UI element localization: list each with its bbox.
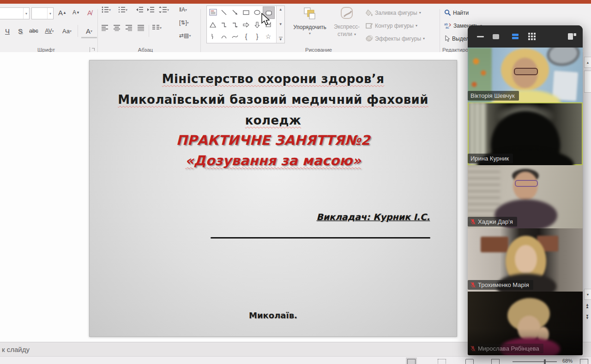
slide-title-line2[interactable]: Миколаївський базовий медичний фаховий	[90, 90, 457, 110]
font-name-combobox[interactable]: ▾	[0, 7, 30, 19]
columns-button[interactable]: ▾	[152, 25, 162, 31]
scrollbar-thumb[interactable]	[584, 71, 591, 93]
svg-text:ab: ab	[444, 23, 448, 26]
window-titlebar	[0, 0, 591, 4]
slide-subtitle-line2[interactable]: «Дозування за масою»	[90, 151, 457, 171]
line-spacing-button[interactable]: ▾	[159, 6, 169, 13]
search-icon	[444, 9, 451, 16]
font-color-button[interactable]: А▾	[81, 25, 97, 38]
left-brace-shape-icon[interactable]: {	[241, 31, 252, 42]
participant-video[interactable]: Трохименко Марія	[468, 228, 583, 292]
slide-subtitle-line1[interactable]: ПРАКТИЧНЕ ЗАНЯТТЯ№2	[90, 131, 457, 150]
down-arrow-shape-icon[interactable]	[252, 19, 263, 30]
arrange-button[interactable]: Упорядочить ▾	[291, 6, 329, 36]
change-case-button[interactable]: Aa▾	[59, 25, 75, 37]
quick-styles-button[interactable]: Экспресс- стили▾	[331, 6, 363, 37]
elbow-arrow-connector-icon[interactable]	[229, 19, 241, 30]
numbering-button[interactable]: ▾	[118, 6, 127, 13]
scroll-up-icon[interactable]: ▲	[584, 57, 591, 68]
participant-video[interactable]: Вікторія Шевчук	[468, 48, 583, 102]
right-arrow-shape-icon[interactable]	[241, 19, 252, 30]
slide-title-line1[interactable]: Міністерство охорони здоров’я	[90, 69, 457, 90]
grow-font-button[interactable]: А▲	[56, 6, 68, 18]
right-brace-shape-icon[interactable]: }	[252, 31, 263, 42]
convert-smartart-button[interactable]: ⇄▤▾	[179, 32, 191, 39]
text-shadow-button[interactable]: S	[15, 25, 26, 37]
zoom-slider-thumb[interactable]	[544, 359, 546, 364]
bullets-button[interactable]: ▾	[102, 6, 111, 13]
align-text-button[interactable]: [⇅]▾	[179, 19, 189, 26]
shape-effects-button[interactable]: Эффекты фигуры▾	[366, 35, 425, 42]
scribble-shape-icon[interactable]	[207, 31, 218, 42]
minimize-icon[interactable]	[473, 30, 487, 43]
slide-divider-line[interactable]	[211, 237, 430, 239]
normal-view-icon[interactable]	[407, 359, 416, 364]
align-right-button[interactable]	[126, 25, 133, 31]
decrease-indent-button[interactable]	[136, 6, 144, 13]
fit-slide-to-window-icon[interactable]	[580, 359, 588, 364]
chevron-down-icon[interactable]: ▾	[47, 8, 53, 19]
slide-teacher-text[interactable]: Викладач: Курник І.С.	[316, 212, 430, 222]
shape-outline-icon	[366, 22, 373, 29]
previous-slide-icon[interactable]: ▲▲	[584, 301, 591, 310]
slide-city-text[interactable]: Миколаїв.	[90, 310, 457, 320]
increase-indent-button[interactable]	[147, 6, 155, 13]
gallery-scroll-up-icon[interactable]: ▲	[279, 7, 283, 12]
find-button[interactable]: Найти	[444, 9, 469, 16]
text-direction-button[interactable]: ǁА▾	[179, 6, 187, 13]
popout-view-icon[interactable]	[565, 30, 579, 43]
rectangle-shape-icon[interactable]	[241, 6, 252, 18]
freeform-shape-icon[interactable]	[263, 19, 274, 30]
underline-button[interactable]: Ч	[2, 25, 13, 37]
slideshow-view-icon[interactable]	[491, 359, 500, 364]
svg-text:ac: ac	[446, 26, 449, 29]
align-left-button[interactable]	[102, 25, 109, 31]
slide[interactable]: Міністерство охорони здоров’я Миколаївсь…	[89, 60, 457, 337]
shrink-font-button[interactable]: А▼	[70, 6, 82, 18]
gallery-more-icon[interactable]: ▼	[279, 37, 283, 42]
text-box-shape-icon[interactable]	[207, 6, 218, 18]
justify-button[interactable]	[138, 25, 145, 31]
font-size-combobox[interactable]: ▾	[31, 7, 54, 19]
scroll-down-icon[interactable]: ▼	[584, 289, 591, 300]
rounded-rectangle-shape-icon[interactable]	[263, 6, 275, 19]
oval-shape-icon[interactable]	[252, 6, 263, 18]
align-center-button[interactable]	[114, 25, 121, 31]
arc-shape-icon[interactable]	[218, 31, 229, 42]
minimized-view-icon[interactable]	[489, 30, 503, 43]
zoom-window-header[interactable]	[468, 25, 583, 48]
elbow-connector-icon[interactable]	[218, 19, 229, 30]
shape-effects-icon	[366, 35, 373, 42]
triangle-shape-icon[interactable]	[207, 19, 218, 30]
quick-styles-icon	[339, 6, 354, 20]
shape-fill-button[interactable]: Заливка фигуры▾	[366, 9, 421, 16]
slide-sorter-view-icon[interactable]	[438, 359, 446, 364]
participant-video[interactable]: Хаджи Дар'я	[468, 165, 583, 228]
speaker-view-icon[interactable]	[508, 30, 522, 43]
chevron-down-icon[interactable]: ▾	[23, 8, 29, 19]
zoom-slider[interactable]	[513, 361, 557, 362]
character-spacing-button[interactable]: AV▾	[42, 25, 57, 37]
reading-view-icon[interactable]	[465, 359, 474, 364]
curve-shape-icon[interactable]	[229, 31, 241, 42]
zoom-percentage[interactable]: 68%	[562, 358, 573, 364]
gallery-scroll-down-icon[interactable]: ▼	[279, 22, 283, 26]
participant-video[interactable]: Мирослава Рябінцева ⌄	[468, 292, 583, 355]
participant-nametag: Хаджи Дар'я	[468, 217, 517, 227]
select-button[interactable]: Выдел	[444, 35, 469, 42]
status-bar: 68%	[0, 356, 591, 364]
next-slide-icon[interactable]: ▼▼	[584, 312, 591, 322]
zoom-meeting-window[interactable]: Вікторія Шевчук Ирина Курник Хаджи Дар'я	[468, 25, 583, 355]
clear-formatting-button[interactable]: A̸	[84, 6, 95, 18]
arrow-shape-icon[interactable]	[229, 6, 241, 18]
star-shape-icon[interactable]: ☆	[263, 31, 274, 42]
slide-title-line3[interactable]: коледж	[90, 110, 457, 131]
muted-mic-icon	[470, 346, 476, 352]
shape-outline-button[interactable]: Контур фигуры▾	[366, 22, 417, 29]
gallery-view-icon[interactable]	[525, 30, 539, 43]
line-shape-icon[interactable]	[218, 6, 229, 18]
shapes-gallery[interactable]: { } ☆ ▲ ▼ ▼	[206, 6, 285, 43]
participant-video[interactable]: Ирина Курник	[468, 102, 583, 165]
strikethrough-button[interactable]: abc	[27, 25, 41, 37]
vertical-scrollbar[interactable]: ▲ ▼ ▲▲ ▼▼	[583, 52, 591, 342]
